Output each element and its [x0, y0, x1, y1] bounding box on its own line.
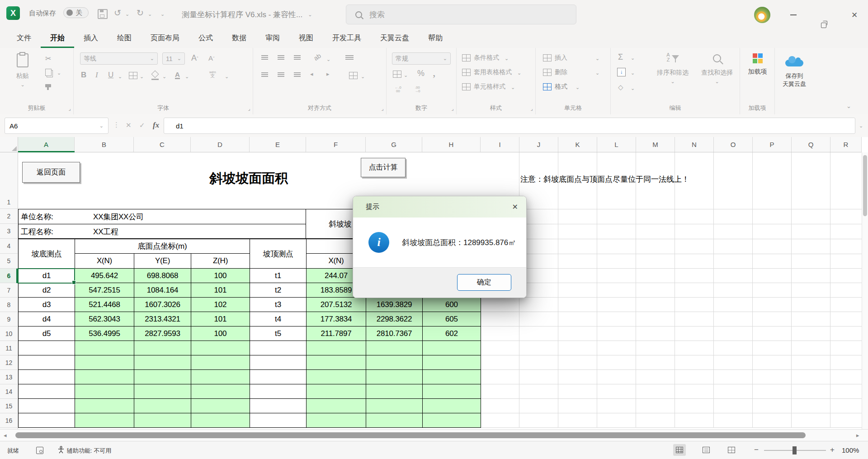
cell-a9[interactable]: d4 [19, 312, 75, 327]
conditional-format-button[interactable]: 条件格式 [474, 54, 499, 62]
fill-color-chevron-icon[interactable]: ⌄ [162, 74, 166, 79]
tab-file[interactable]: 文件 [7, 30, 41, 48]
cell-c10[interactable]: 2827.9593 [134, 327, 191, 341]
formula-input[interactable]: d1 [164, 118, 855, 134]
align-middle-icon[interactable] [278, 55, 284, 60]
col-header-O[interactable]: O [714, 137, 753, 152]
row-header-13[interactable]: 13 [0, 370, 18, 384]
autosum-chevron-icon[interactable]: ⌄ [631, 56, 635, 61]
cell[interactable] [307, 370, 366, 384]
scroll-right-icon[interactable]: ▸ [856, 432, 859, 439]
cell-f8[interactable]: 207.5132 [307, 298, 366, 312]
macro-record-icon[interactable] [36, 447, 43, 454]
cell[interactable] [423, 341, 481, 355]
tab-view[interactable]: 视图 [289, 30, 323, 48]
cell-b9[interactable]: 562.3043 [75, 312, 134, 327]
decrease-indent-icon[interactable]: ◂ [310, 71, 313, 77]
col-header-C[interactable]: C [134, 137, 191, 152]
cell-d6[interactable]: 100 [191, 269, 250, 283]
borders-chevron-icon[interactable]: ⌄ [140, 74, 144, 79]
tab-data[interactable]: 数据 [222, 30, 256, 48]
cell-c9[interactable]: 2313.4321 [134, 312, 191, 327]
cell-h10[interactable]: 602 [423, 327, 481, 341]
cell-a10[interactable]: d5 [19, 327, 75, 341]
orientation-icon[interactable]: ab [312, 52, 322, 62]
close-button[interactable]: ✕ [851, 10, 858, 20]
calculate-button[interactable]: 点击计算 [361, 158, 406, 177]
collapse-ribbon-icon[interactable]: ⌄ [846, 103, 851, 109]
tab-review[interactable]: 审阅 [256, 30, 289, 48]
select-all-corner[interactable] [0, 137, 18, 152]
autosave-toggle[interactable]: 关 [63, 7, 89, 18]
cell[interactable] [75, 341, 134, 355]
zoom-slider[interactable] [764, 450, 826, 451]
save-icon[interactable] [98, 9, 108, 19]
merge-chevron-icon[interactable]: ⌄ [361, 74, 365, 79]
col-header-M[interactable]: M [636, 137, 675, 152]
col-header-F[interactable]: F [306, 137, 366, 152]
cell[interactable] [191, 384, 250, 399]
back-page-button[interactable]: 返回页面 [22, 162, 80, 183]
paste-button[interactable]: 粘贴 ⌄ [10, 53, 35, 88]
redo-icon[interactable]: ↻ [137, 8, 144, 18]
cell-c7[interactable]: 1084.164 [134, 283, 191, 298]
cell-e9[interactable]: t4 [250, 312, 307, 327]
fill-color-icon[interactable] [151, 71, 159, 79]
underline-chevron-icon[interactable]: ⌄ [118, 74, 122, 79]
cell[interactable] [250, 370, 307, 384]
col-header-Q[interactable]: Q [792, 137, 830, 152]
zoom-in-button[interactable]: + [830, 445, 835, 454]
cell[interactable] [250, 341, 307, 355]
row-header-8[interactable]: 8 [0, 298, 18, 312]
zoom-slider-thumb[interactable] [793, 446, 797, 454]
cell[interactable] [19, 399, 75, 413]
accounting-format-icon[interactable] [393, 71, 401, 78]
cell[interactable] [75, 413, 134, 428]
header-zh[interactable]: Z(H) [191, 253, 250, 269]
header-ye[interactable]: Y(E) [134, 253, 191, 269]
header-top-point[interactable]: 坡顶测点 [250, 239, 307, 269]
row-header-14[interactable]: 14 [0, 384, 18, 399]
cell[interactable] [307, 384, 366, 399]
cell-g10[interactable]: 2810.7367 [366, 327, 423, 341]
cell-b8[interactable]: 521.4468 [75, 298, 134, 312]
bold-button[interactable]: B [81, 71, 86, 80]
merge-center-icon[interactable] [349, 72, 358, 79]
cell[interactable] [19, 341, 75, 355]
cell-c6[interactable]: 698.8068 [134, 269, 191, 283]
col-header-G[interactable]: G [366, 137, 422, 152]
formula-cancel-icon[interactable]: ✕ [126, 121, 132, 129]
page-break-view-button[interactable] [725, 444, 738, 456]
scroll-left-icon[interactable]: ◂ [4, 432, 7, 439]
quick-access-overflow-icon[interactable]: ⌄ [160, 12, 165, 17]
cell[interactable] [75, 355, 134, 370]
row-header-10[interactable]: 10 [0, 327, 18, 341]
ok-button[interactable]: 确定 [457, 274, 511, 291]
fill-down-icon[interactable]: ↓ [617, 68, 626, 76]
italic-button[interactable]: I [95, 71, 98, 80]
font-size-select[interactable]: 11 ⌄ [162, 52, 185, 65]
sort-filter-button[interactable]: AZ 排序和筛选 ⌄ [652, 52, 693, 85]
align-left-icon[interactable] [261, 72, 268, 77]
decrease-decimal-icon[interactable]: .00 →0 [415, 86, 420, 93]
col-header-A[interactable]: A [18, 137, 75, 152]
cell[interactable] [250, 413, 307, 428]
clipboard-dialog-launcher-icon[interactable]: ⌟ [69, 106, 71, 112]
cell-e7[interactable]: t2 [250, 283, 307, 298]
avatar[interactable] [754, 7, 770, 23]
borders-icon[interactable] [129, 72, 137, 79]
cell[interactable] [307, 399, 366, 413]
tab-cloud[interactable]: 天翼云盘 [371, 30, 419, 48]
copy-icon[interactable] [45, 69, 52, 76]
row-header-7[interactable]: 7 [0, 283, 18, 298]
delete-cells-button[interactable]: 删除 [555, 68, 567, 76]
dialog-close-icon[interactable]: ✕ [512, 203, 518, 211]
cell[interactable] [307, 413, 366, 428]
cell-b6[interactable]: 495.642 [75, 269, 134, 283]
cell[interactable] [366, 384, 423, 399]
formula-enter-icon[interactable]: ✓ [139, 121, 145, 129]
cell[interactable] [423, 355, 481, 370]
cell-a7[interactable]: d2 [19, 283, 75, 298]
clear-chevron-icon[interactable]: ⌄ [631, 86, 635, 91]
cell-styles-button[interactable]: 单元格样式 [474, 83, 505, 91]
